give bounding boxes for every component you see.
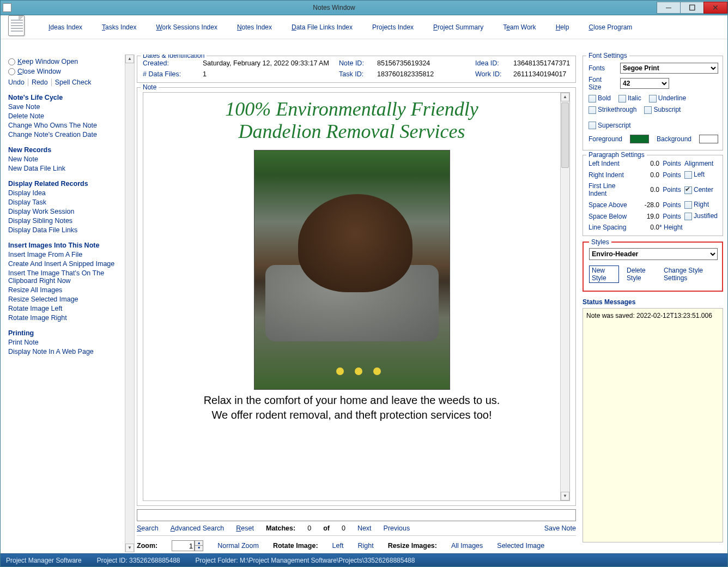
zoom-up-icon[interactable]: ▲ [195,541,203,546]
normal-zoom-link[interactable]: Normal Zoom [217,542,259,550]
search-link[interactable]: Search [137,524,159,532]
foreground-swatch[interactable] [630,135,649,143]
space-above-value: -28.0 [632,201,659,209]
menu-ideas-index[interactable]: Ideas Index [48,23,82,31]
menu-project-summary[interactable]: Project Summary [433,23,483,31]
scroll-up-icon[interactable]: ▲ [125,55,134,63]
menu-close-program[interactable]: Close Program [589,23,632,31]
align-left-checkbox[interactable] [684,171,692,179]
window-title: Notes Window [11,4,657,11]
resize-selected-btn[interactable]: Selected Image [497,542,544,550]
menu-data-file-links-index[interactable]: Data File Links Index [292,23,353,31]
display-web-link[interactable]: Display Note In A Web Page [8,348,120,355]
zoom-input[interactable] [172,540,195,551]
fonts-label: Fonts [589,64,616,72]
underline-checkbox[interactable] [649,95,657,102]
change-owner-link[interactable]: Change Who Owns The Note [8,122,120,129]
print-note-link[interactable]: Print Note [8,339,120,346]
align-justified-checkbox[interactable] [684,213,692,220]
minimize-button[interactable]: ─ [657,2,681,14]
dates-legend: Dates & Identification [141,55,207,59]
insert-image-file-link[interactable]: Insert Image From A File [8,251,120,258]
redo-link[interactable]: Redo [32,79,52,86]
resize-selected-link[interactable]: Resize Selected Image [8,295,120,303]
status-app-name: Project Manager Software [6,557,82,564]
close-window-radio[interactable] [8,68,15,75]
zoom-down-icon[interactable]: ▼ [195,546,203,551]
rotate-left-link[interactable]: Rotate Image Left [8,305,120,312]
work-id-value: 26111340194017 [513,70,580,78]
change-style-link[interactable]: Change Style Settings [664,267,718,282]
new-data-file-link[interactable]: New Data File Link [8,165,120,172]
close-button[interactable]: ✕ [703,2,727,14]
rotate-left-btn[interactable]: Left [332,542,344,550]
scroll-down-icon[interactable]: ▼ [125,544,134,552]
subscript-checkbox[interactable] [644,106,652,114]
superscript-checkbox[interactable] [589,122,596,129]
menu-tasks-index[interactable]: Tasks Index [102,23,136,31]
resize-all-link[interactable]: Resize All Images [8,286,120,294]
menu-work-sessions-index[interactable]: Work Sessions Index [156,23,217,31]
spellcheck-link[interactable]: Spell Check [55,79,95,86]
sidebar-scrollbar[interactable]: ▲ ▼ [125,55,135,552]
points-label-2: Points [659,171,684,179]
menu-team-work[interactable]: Team Work [503,23,536,31]
font-settings-group: Font Settings Fonts Segoe Print Font Siz… [583,56,723,150]
points-label-5: Points [659,213,684,220]
app-icon [3,3,11,12]
save-note-search-link[interactable]: Save Note [544,524,576,532]
display-idea-link[interactable]: Display Idea [8,189,120,197]
note-scroll-thumb[interactable] [561,102,569,168]
underline-label: Underline [658,94,686,102]
bold-checkbox[interactable] [589,95,596,102]
note-image [254,150,450,390]
display-dfl-link[interactable]: Display Data File Links [8,226,120,234]
reset-link[interactable]: Reset [236,524,254,532]
strike-checkbox[interactable] [589,106,596,114]
note-scrollbar[interactable]: ▲ ▼ [560,93,569,500]
keep-window-open-radio[interactable] [8,58,15,65]
note-scroll-down-icon[interactable]: ▼ [561,492,569,500]
create-snip-link[interactable]: Create And Insert A Snipped Image [8,260,120,268]
menu-help[interactable]: Help [556,23,569,31]
menu-notes-index[interactable]: Notes Index [237,23,272,31]
display-task-link[interactable]: Display Task [8,198,120,206]
resize-all-btn[interactable]: All Images [451,542,483,550]
new-style-button[interactable]: New Style [589,266,619,283]
delete-note-link[interactable]: Delete Note [8,112,120,120]
advanced-search-link[interactable]: Advanced Search [171,524,225,532]
delete-style-link[interactable]: Delete Style [627,267,656,282]
undo-link[interactable]: Undo [8,79,28,86]
align-right-checkbox[interactable] [684,201,692,209]
next-link[interactable]: Next [357,524,372,532]
display-work-session-link[interactable]: Display Work Session [8,208,120,215]
background-swatch[interactable] [699,135,718,143]
keep-window-open-label: Keep Window Open [17,58,78,65]
right-indent-label: Right Indent [589,171,632,179]
fonts-select[interactable]: Segoe Print [620,63,718,74]
rotate-right-link[interactable]: Rotate Image Right [8,314,120,322]
styles-select[interactable]: Enviro-Header [589,248,718,260]
note-scroll-up-icon[interactable]: ▲ [561,93,569,101]
align-center-checkbox[interactable] [684,186,692,194]
maximize-button[interactable]: ☐ [680,2,704,14]
font-size-select[interactable]: 42 [620,78,669,89]
right-panel: Font Settings Fonts Segoe Print Font Siz… [580,55,727,552]
lifecycle-heading: Note's Life Cycle [8,94,120,101]
printing-heading: Printing [8,329,120,337]
italic-checkbox[interactable] [618,95,626,102]
change-date-link[interactable]: Change Note's Creation Date [8,131,120,138]
note-editor[interactable]: 100% Environmentally Friendly Dandelion … [143,92,570,501]
new-note-link[interactable]: New Note [8,155,120,163]
align-left-label: Left [694,171,705,178]
display-sibling-notes-link[interactable]: Display Sibling Notes [8,217,120,225]
save-note-link[interactable]: Save Note [8,103,120,111]
previous-link[interactable]: Previous [384,524,410,532]
menu-projects-index[interactable]: Projects Index [372,23,414,31]
rotate-right-btn[interactable]: Right [357,542,373,550]
search-input[interactable] [137,509,576,521]
status-message-box: Note was saved: 2022-02-12T13:23:51.006 [583,308,723,542]
insert-clipboard-link[interactable]: Insert The Image That's On The Clipboard… [8,269,120,285]
points-label-4: Points [659,201,684,209]
zoom-spinner[interactable]: ▲▼ [195,540,203,551]
